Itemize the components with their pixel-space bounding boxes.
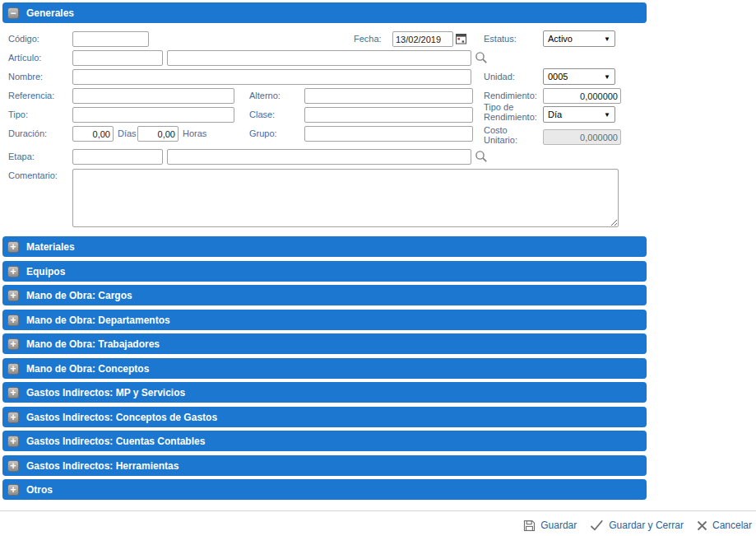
costo-unitario-input <box>543 129 621 145</box>
section-mano-obra-trabajadores[interactable]: + Mano de Obra: Trabajadores <box>2 333 647 354</box>
expand-icon[interactable]: + <box>7 290 19 301</box>
clase-input[interactable] <box>304 107 473 123</box>
referencia-input[interactable] <box>72 88 234 104</box>
expand-icon[interactable]: + <box>7 436 19 447</box>
cancelar-button[interactable]: Cancelar <box>697 520 752 531</box>
section-gastos-conceptos-gastos[interactable]: + Gastos Indirectos: Conceptos de Gastos <box>2 407 647 427</box>
expand-icon[interactable]: + <box>7 460 19 472</box>
articulo-search-icon[interactable] <box>475 51 488 64</box>
etapa-label: Etapa: <box>8 151 35 161</box>
section-generales-title: Generales <box>26 7 74 19</box>
etapa-code-input[interactable] <box>72 149 163 165</box>
expand-icon[interactable]: + <box>7 315 19 326</box>
fecha-label: Fecha: <box>354 34 382 44</box>
section-title: Mano de Obra: Departamentos <box>26 315 170 326</box>
clase-label: Clase: <box>249 110 275 119</box>
codigo-input[interactable] <box>72 31 149 47</box>
expand-icon[interactable]: + <box>7 387 19 399</box>
articulo-description-input[interactable] <box>167 50 471 66</box>
duracion-dias-unit: Días <box>118 128 137 138</box>
duracion-horas-unit: Horas <box>183 128 206 138</box>
tipo-rendimiento-select[interactable]: Día ▼ <box>543 106 615 123</box>
section-mano-obra-conceptos[interactable]: + Mano de Obra: Conceptos <box>2 358 647 379</box>
guardar-label: Guardar <box>540 520 577 531</box>
articulo-code-input[interactable] <box>72 50 163 66</box>
costing-form-page: − Generales Código: Fecha: Estatus: Acti… <box>0 0 756 536</box>
section-equipos[interactable]: + Equipos <box>2 261 647 282</box>
duracion-horas-input[interactable] <box>137 126 179 142</box>
duracion-label: Duración: <box>8 128 47 138</box>
dropdown-arrow-icon: ▼ <box>604 35 610 43</box>
section-gastos-herramientas[interactable]: + Gastos Indirectos: Herramientas <box>2 455 647 476</box>
guardar-button[interactable]: Guardar <box>523 520 577 532</box>
expand-icon[interactable]: + <box>7 338 19 350</box>
section-title: Otros <box>26 484 53 496</box>
section-title: Equipos <box>26 266 65 277</box>
articulo-label: Artículo: <box>8 53 41 63</box>
etapa-search-icon[interactable] <box>475 150 488 163</box>
calendar-icon[interactable] <box>456 33 466 44</box>
estatus-select[interactable]: Activo ▼ <box>543 30 615 47</box>
fecha-input[interactable] <box>392 31 453 47</box>
section-title: Gastos Indirectos: Cuentas Contables <box>26 436 205 447</box>
dropdown-arrow-icon: ▼ <box>604 111 610 119</box>
tipo-rendimiento-label: Tipo de Rendimiento: <box>484 102 541 122</box>
costo-unitario-label: Costo Unitario: <box>484 125 533 145</box>
codigo-label: Código: <box>8 34 39 44</box>
save-icon <box>523 520 536 532</box>
section-title: Gastos Indirectos: MP y Servicios <box>26 387 185 399</box>
comentario-textarea[interactable] <box>72 169 619 227</box>
section-title: Mano de Obra: Trabajadores <box>26 338 160 350</box>
etapa-description-input[interactable] <box>167 149 471 165</box>
tipo-label: Tipo: <box>8 110 28 119</box>
rendimiento-input[interactable] <box>543 88 621 104</box>
nombre-input[interactable] <box>72 69 471 85</box>
section-title: Mano de Obra: Cargos <box>26 290 132 301</box>
expand-icon[interactable]: + <box>7 241 19 253</box>
section-otros[interactable]: + Otros <box>2 479 647 500</box>
section-gastos-cuentas-contables[interactable]: + Gastos Indirectos: Cuentas Contables <box>2 431 647 451</box>
unidad-label: Unidad: <box>484 72 515 82</box>
guardar-y-cerrar-label: Guardar y Cerrar <box>609 520 684 531</box>
section-title: Mano de Obra: Conceptos <box>26 363 149 375</box>
referencia-label: Referencia: <box>8 91 54 100</box>
grupo-input[interactable] <box>304 126 473 142</box>
check-icon <box>590 520 604 531</box>
comentario-label: Comentario: <box>8 170 58 180</box>
cancelar-label: Cancelar <box>712 520 752 531</box>
expand-icon[interactable]: + <box>7 266 19 277</box>
expand-icon[interactable]: + <box>7 363 19 375</box>
section-gastos-mp-servicios[interactable]: + Gastos Indirectos: MP y Servicios <box>2 382 647 403</box>
section-mano-obra-departamentos[interactable]: + Mano de Obra: Departamentos <box>2 310 647 330</box>
section-title: Materiales <box>26 241 75 253</box>
estatus-label: Estatus: <box>484 34 517 44</box>
section-materiales[interactable]: + Materiales <box>2 236 647 257</box>
expand-icon[interactable]: + <box>7 484 19 496</box>
toolbar-divider <box>0 510 756 511</box>
nombre-label: Nombre: <box>8 72 43 82</box>
action-toolbar: Guardar Guardar y Cerrar Cancelar <box>523 517 752 534</box>
duracion-dias-input[interactable] <box>72 126 114 142</box>
dropdown-arrow-icon: ▼ <box>604 73 610 81</box>
section-title: Gastos Indirectos: Conceptos de Gastos <box>26 412 217 423</box>
grupo-label: Grupo: <box>249 128 277 138</box>
tipo-input[interactable] <box>72 107 234 123</box>
close-icon <box>697 520 707 531</box>
unidad-select[interactable]: 0005 ▼ <box>543 68 615 85</box>
collapse-icon[interactable]: − <box>7 7 19 19</box>
section-generales-header[interactable]: − Generales <box>2 2 647 23</box>
rendimiento-label: Rendimiento: <box>484 91 537 100</box>
guardar-y-cerrar-button[interactable]: Guardar y Cerrar <box>590 520 684 531</box>
unidad-selected-value: 0005 <box>548 72 568 82</box>
tipo-rendimiento-selected-value: Día <box>548 110 562 119</box>
section-title: Gastos Indirectos: Herramientas <box>26 460 179 472</box>
expand-icon[interactable]: + <box>7 412 19 423</box>
estatus-selected-value: Activo <box>548 34 573 44</box>
section-mano-obra-cargos[interactable]: + Mano de Obra: Cargos <box>2 285 647 305</box>
alterno-input[interactable] <box>304 88 473 104</box>
alterno-label: Alterno: <box>249 91 281 100</box>
